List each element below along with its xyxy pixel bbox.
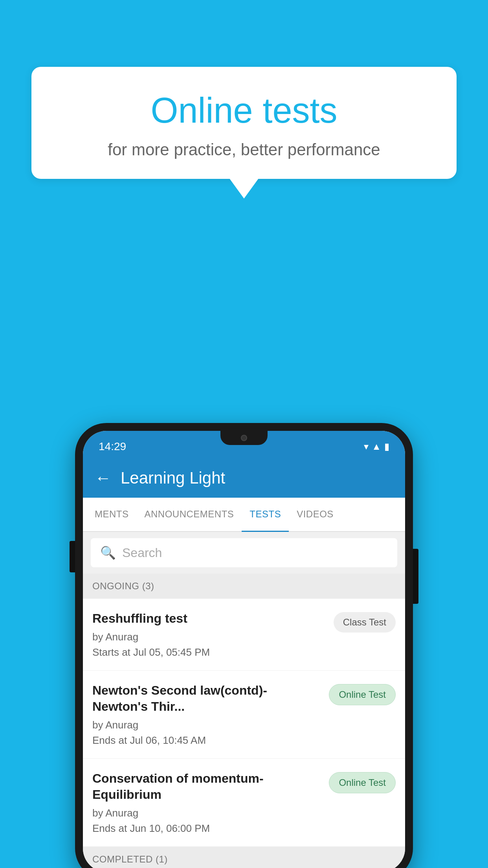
test-item[interactable]: Reshuffling test by Anurag Starts at Jul… [83, 599, 405, 671]
test-time: Starts at Jul 05, 05:45 PM [92, 646, 326, 658]
test-item[interactable]: Newton's Second law(contd)-Newton's Thir… [83, 671, 405, 759]
tab-bar: MENTS ANNOUNCEMENTS TESTS VIDEOS [83, 498, 405, 532]
phone-notch [220, 431, 268, 445]
phone-mockup: 14:29 ▾ ▲ ▮ ← Learning Light MENTS ANNOU… [75, 423, 413, 868]
test-info: Newton's Second law(contd)-Newton's Thir… [92, 682, 329, 747]
test-list: Reshuffling test by Anurag Starts at Jul… [83, 599, 405, 847]
test-item[interactable]: Conservation of momentum-Equilibrium by … [83, 759, 405, 847]
test-name: Newton's Second law(contd)-Newton's Thir… [92, 682, 321, 715]
tab-announcements[interactable]: ANNOUNCEMENTS [137, 498, 242, 532]
wifi-icon: ▾ [364, 441, 369, 452]
time-label: Ends at [92, 734, 127, 746]
ongoing-title: ONGOING (3) [92, 581, 154, 591]
back-button[interactable]: ← [95, 469, 111, 487]
tab-tests[interactable]: TESTS [242, 498, 289, 532]
time-value: Jul 05, 05:45 PM [133, 646, 210, 658]
signal-icon: ▲ [372, 441, 381, 452]
test-time: Ends at Jul 06, 10:45 AM [92, 734, 321, 747]
search-input[interactable]: Search [122, 546, 162, 560]
app-title: Learning Light [121, 469, 225, 487]
speech-bubble: Online tests for more practice, better p… [31, 67, 457, 179]
battery-icon: ▮ [384, 441, 389, 452]
status-time: 14:29 [99, 440, 126, 453]
time-value: Jun 10, 06:00 PM [130, 822, 210, 834]
test-info: Reshuffling test by Anurag Starts at Jul… [92, 611, 334, 658]
search-icon: 🔍 [100, 545, 116, 560]
test-badge: Class Test [334, 612, 396, 633]
test-author: by Anurag [92, 719, 321, 731]
test-time: Ends at Jun 10, 06:00 PM [92, 822, 321, 835]
time-label: Ends at [92, 822, 127, 834]
phone-outer: 14:29 ▾ ▲ ▮ ← Learning Light MENTS ANNOU… [75, 423, 413, 868]
test-author: by Anurag [92, 807, 321, 819]
ongoing-section-header: ONGOING (3) [83, 574, 405, 599]
phone-screen: 14:29 ▾ ▲ ▮ ← Learning Light MENTS ANNOU… [83, 431, 405, 868]
time-value: Jul 06, 10:45 AM [130, 734, 206, 746]
test-badge: Online Test [329, 772, 396, 793]
time-label: Starts at [92, 646, 130, 658]
bubble-title: Online tests [51, 90, 437, 131]
test-badge: Online Test [329, 684, 396, 705]
tab-videos[interactable]: VIDEOS [289, 498, 341, 532]
test-name: Conservation of momentum-Equilibrium [92, 771, 321, 803]
search-container: 🔍 Search [83, 532, 405, 574]
app-bar: ← Learning Light [83, 458, 405, 498]
tab-ments[interactable]: MENTS [87, 498, 137, 532]
test-info: Conservation of momentum-Equilibrium by … [92, 771, 329, 835]
status-icons: ▾ ▲ ▮ [364, 441, 389, 452]
test-author: by Anurag [92, 631, 326, 643]
test-name: Reshuffling test [92, 611, 326, 627]
search-bar[interactable]: 🔍 Search [91, 538, 397, 567]
completed-title: COMPLETED (1) [92, 854, 168, 864]
camera-dot [241, 435, 247, 441]
bubble-subtitle: for more practice, better performance [51, 140, 437, 159]
completed-section-header: COMPLETED (1) [83, 847, 405, 868]
